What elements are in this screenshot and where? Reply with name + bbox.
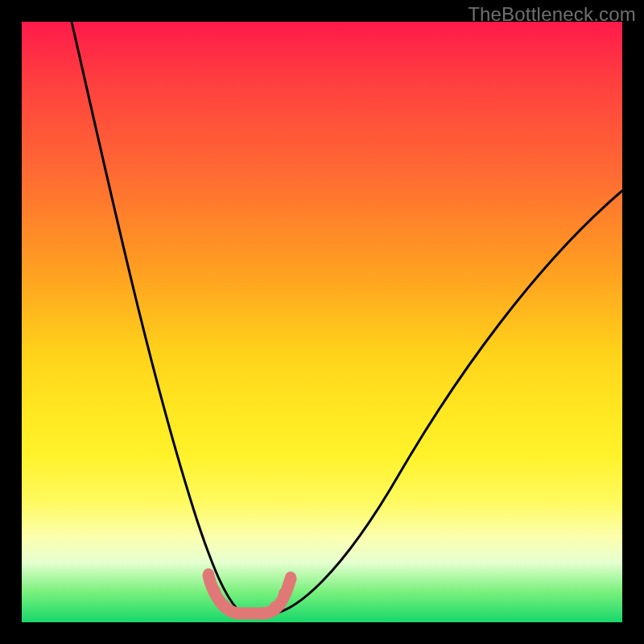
chart-plot-area <box>22 22 622 622</box>
svg-point-7 <box>285 572 296 583</box>
svg-point-6 <box>279 588 290 599</box>
chart-frame: TheBottleneck.com <box>0 0 644 644</box>
svg-point-0 <box>203 568 214 580</box>
svg-point-4 <box>258 607 268 617</box>
watermark-text: TheBottleneck.com <box>468 3 636 26</box>
svg-point-5 <box>270 601 279 611</box>
bottleneck-curve <box>72 22 622 614</box>
svg-point-3 <box>233 607 242 617</box>
svg-point-2 <box>220 600 229 609</box>
svg-point-1 <box>209 585 221 597</box>
chart-curves-svg <box>22 22 622 622</box>
